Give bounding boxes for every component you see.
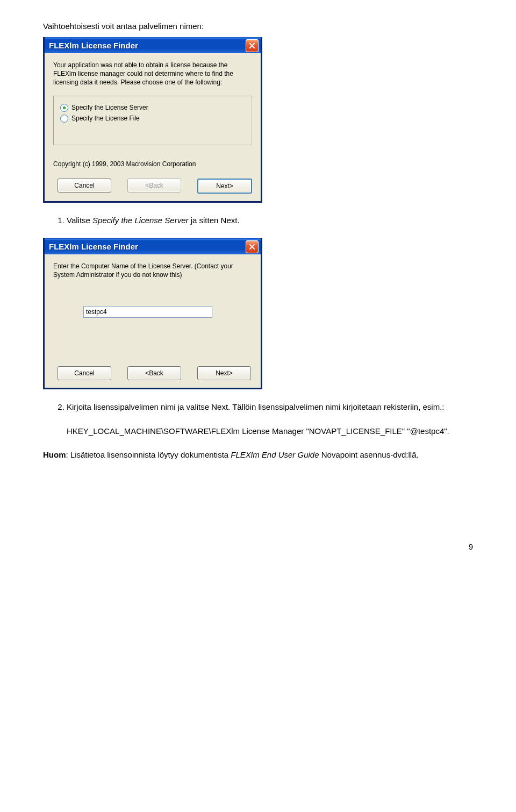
- step-1-prefix: Valitse: [67, 216, 92, 225]
- radio-icon: [60, 115, 68, 123]
- steps-list-1: Valitse Specify the License Server ja si…: [43, 215, 473, 227]
- dialog-2-titlebar: FLEXlm License Finder: [45, 238, 261, 254]
- next-button[interactable]: Next>: [197, 179, 252, 194]
- copyright-text: Copyright (c) 1999, 2003 Macrovision Cor…: [53, 160, 252, 168]
- intro-text: Vaihtoehtoisesti voit antaa palvelimen n…: [43, 22, 473, 31]
- dialog-1-title: FLEXlm License Finder: [49, 41, 246, 50]
- note-italic: FLEXlm End User Guide: [231, 450, 319, 459]
- steps-list-2: Kirjoita lisenssipalvelimen nimi ja vali…: [43, 401, 473, 414]
- license-finder-dialog-2: FLEXlm License Finder Enter the Computer…: [43, 238, 262, 389]
- dialog-1-message: Your application was not able to obtain …: [53, 61, 252, 87]
- step-1-italic: Specify the License Server: [92, 216, 188, 225]
- radio-icon: [60, 104, 68, 112]
- step-1: Valitse Specify the License Server ja si…: [67, 215, 473, 227]
- dialog-1-titlebar: FLEXlm License Finder: [45, 37, 261, 53]
- cancel-button[interactable]: Cancel: [58, 366, 111, 380]
- back-button[interactable]: <Back: [127, 366, 181, 380]
- radio-label-file: Specify the License File: [71, 115, 140, 122]
- dialog-2-body: Enter the Computer Name of the License S…: [45, 254, 261, 388]
- close-icon[interactable]: [246, 39, 259, 52]
- license-finder-dialog-1: FLEXlm License Finder Your application w…: [43, 37, 262, 203]
- radio-label-server: Specify the License Server: [71, 104, 148, 111]
- final-note: Huom: Lisätietoa lisensoinnista löytyy d…: [43, 449, 473, 461]
- step-2: Kirjoita lisenssipalvelimen nimi ja vali…: [67, 401, 473, 414]
- dialog-1-buttons: Cancel <Back Next>: [53, 179, 252, 194]
- dialog-1-body: Your application was not able to obtain …: [45, 53, 261, 201]
- radio-option-file[interactable]: Specify the License File: [60, 115, 245, 123]
- server-name-input[interactable]: [83, 306, 212, 318]
- note-bold: Huom: [43, 450, 66, 459]
- dialog-2-message: Enter the Computer Name of the License S…: [53, 262, 252, 279]
- dialog-2-buttons: Cancel <Back Next>: [53, 366, 252, 380]
- dialog-2-title: FLEXlm License Finder: [49, 242, 246, 251]
- radio-group: Specify the License Server Specify the L…: [53, 96, 252, 145]
- note-middle: : Lisätietoa lisensoinnista löytyy dokum…: [66, 450, 231, 459]
- close-icon[interactable]: [246, 240, 259, 253]
- note-suffix: Novapoint asennus-dvd:llä.: [319, 450, 419, 459]
- back-button: <Back: [127, 179, 181, 193]
- page-number: 9: [43, 542, 473, 551]
- step-1-suffix: ja sitten Next.: [189, 216, 240, 225]
- registry-path: HKEY_LOCAL_MACHINE\SOFTWARE\FLEXlm Licen…: [67, 425, 473, 438]
- radio-option-server[interactable]: Specify the License Server: [60, 104, 245, 112]
- step-2-text: Kirjoita lisenssipalvelimen nimi ja vali…: [67, 402, 444, 411]
- next-button[interactable]: Next>: [197, 366, 251, 380]
- cancel-button[interactable]: Cancel: [58, 179, 111, 193]
